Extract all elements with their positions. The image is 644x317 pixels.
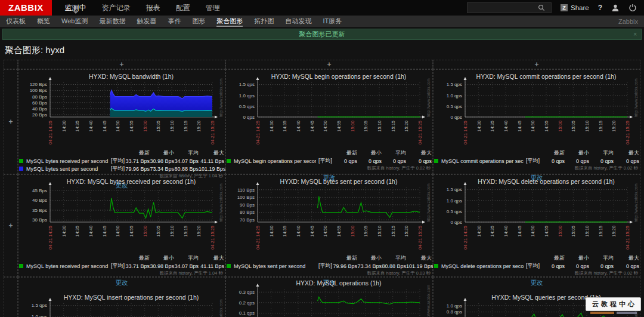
- svg-text:04-21 14:25: 04-21 14:25: [463, 121, 468, 144]
- subnav-dashboard[interactable]: 仪表板: [6, 16, 26, 27]
- svg-text:HYXD: MySQL delete operations: HYXD: MySQL delete operations per second…: [478, 178, 615, 185]
- svg-text:1.0 qps: 1.0 qps: [447, 198, 462, 204]
- screen-cell: HYXD: MySQL bytes received per second (1…: [18, 174, 225, 277]
- search-icon[interactable]: [538, 4, 545, 11]
- legend-value: 0 qps: [565, 158, 589, 164]
- user-profile-icon[interactable]: [611, 4, 620, 12]
- graph-image[interactable]: HYXD: MySQL delete operations per second…: [434, 178, 639, 253]
- svg-text:http://www.zabbix.com: http://www.zabbix.com: [219, 78, 224, 117]
- legend-header: 最新: [540, 254, 565, 262]
- legend-value: 0 qps: [589, 158, 614, 164]
- legend-header: 最小: [565, 149, 589, 157]
- svg-text:HYXD: MySQL bandwidth (1h): HYXD: MySQL bandwidth (1h): [89, 73, 174, 80]
- svg-text:15:00: 15:00: [350, 226, 355, 237]
- svg-text:14:30: 14:30: [476, 121, 482, 132]
- graph-block: HYXD: MySQL commit operations per second…: [434, 73, 639, 182]
- svg-text:14:40: 14:40: [503, 121, 509, 132]
- subnav-it-services[interactable]: IT服务: [323, 16, 342, 27]
- svg-text:15:15: 15:15: [391, 121, 396, 132]
- legend-series-name: MySQL bytes received per second: [26, 158, 109, 164]
- legend-header: 最大: [406, 149, 432, 157]
- legend-header: 最大: [614, 149, 639, 157]
- legend-header: 最新: [333, 149, 357, 157]
- logout-power-icon[interactable]: [628, 4, 637, 12]
- legend-row: MySQL bytes received per second[平均]33.71…: [19, 157, 224, 165]
- svg-text:HYXD: MySQL operations (1h): HYXD: MySQL operations (1h): [296, 279, 381, 287]
- legend-header: 最大: [199, 254, 224, 262]
- banner-message: 聚合图形已更新: [299, 30, 345, 39]
- menu-item-reports[interactable]: 报表: [146, 0, 160, 16]
- menu-item-inventory[interactable]: 资产记录: [102, 0, 131, 16]
- svg-text:15:00: 15:00: [143, 121, 148, 132]
- add-row-button[interactable]: +: [8, 222, 13, 229]
- share-button[interactable]: Z Share: [561, 4, 589, 11]
- subnav-discovery[interactable]: 自动发现: [285, 16, 311, 27]
- svg-text:14:55: 14:55: [336, 121, 342, 132]
- svg-text:14:40: 14:40: [88, 121, 94, 132]
- legend-value: 80.88 Bps: [174, 166, 199, 172]
- add-row-button[interactable]: +: [8, 118, 13, 125]
- legend-value: 33.71 Bps: [125, 263, 150, 269]
- subnav-screens[interactable]: 聚合图形: [216, 16, 243, 27]
- menu-item-monitoring[interactable]: 监测中: [65, 0, 86, 16]
- svg-text:14:55: 14:55: [336, 226, 342, 237]
- legend-header: 最小: [150, 149, 174, 157]
- share-z-icon: Z: [561, 4, 568, 11]
- menu-item-configuration[interactable]: 配置: [176, 0, 190, 16]
- graph-image[interactable]: HYXD: MySQL insert operations per second…: [19, 294, 224, 317]
- legend-function: [平均]: [109, 165, 125, 173]
- add-column-button[interactable]: +: [534, 61, 538, 68]
- svg-text:15:00: 15:00: [143, 226, 148, 237]
- subnav-maps[interactable]: 拓扑图: [254, 16, 274, 27]
- graph-footer: 数据来自 history, 产生于 0.03 秒: [227, 270, 432, 276]
- legend-header: 最大: [614, 254, 639, 262]
- svg-text:04-21 14:25: 04-21 14:25: [463, 226, 468, 250]
- add-column-button[interactable]: +: [327, 61, 331, 68]
- legend-series-name: MySQL bytes sent per second: [234, 263, 316, 269]
- svg-text:HYXD: MySQL queries per second: HYXD: MySQL queries per second (1h): [491, 294, 600, 301]
- legend-value: 33.71 Bps: [125, 158, 150, 164]
- legend-series-name: MySQL begin operations per second: [234, 158, 316, 164]
- search-box[interactable]: [467, 2, 552, 13]
- subnav-latest-data[interactable]: 最新数据: [99, 16, 125, 27]
- subnav-events[interactable]: 事件: [168, 16, 181, 27]
- svg-text:04-21 15:25: 04-21 15:25: [625, 226, 630, 250]
- zabbix-logo[interactable]: ZABBIX: [0, 0, 52, 16]
- svg-text:100 Bps: 100 Bps: [30, 88, 47, 93]
- graph-image[interactable]: HYXD: MySQL bandwidth (1h)04-21 14:2514:…: [19, 73, 224, 148]
- help-button[interactable]: ?: [598, 4, 602, 12]
- subnav-triggers[interactable]: 触发器: [137, 16, 156, 27]
- legend-value: 41.11 Bps: [199, 158, 224, 164]
- graph-image[interactable]: HYXD: MySQL bytes sent per second (1h)04…: [227, 178, 432, 253]
- subnav-graphs[interactable]: 图形: [192, 16, 205, 27]
- legend-header-row: 最新最小平均最大: [434, 149, 639, 157]
- legend-row: MySQL delete operations per second[平均]0 …: [434, 262, 639, 270]
- subnav-overview[interactable]: 概览: [37, 16, 50, 27]
- screen-cell: HYXD: MySQL delete operations per second…: [433, 174, 640, 277]
- add-column-button[interactable]: +: [119, 61, 123, 68]
- graph-image[interactable]: HYXD: MySQL commit operations per second…: [434, 73, 639, 148]
- svg-text:120 Bps: 120 Bps: [30, 82, 47, 87]
- svg-text:14:35: 14:35: [75, 226, 80, 237]
- legend-value: 0 qps: [614, 158, 639, 164]
- search-input[interactable]: [470, 4, 538, 12]
- legend-series-name: MySQL bytes sent per second: [26, 166, 109, 172]
- graph-image[interactable]: HYXD: MySQL begin operations per second …: [227, 73, 432, 148]
- subnav-web[interactable]: Web监测: [61, 16, 88, 27]
- legend-value: 41.11 Bps: [199, 263, 224, 269]
- legend-value: 101.19 Bps: [199, 166, 224, 172]
- legend-row: MySQL bytes received per second[平均]33.71…: [19, 262, 224, 270]
- legend-header: 最小: [357, 149, 382, 157]
- svg-text:0 qps: 0 qps: [243, 115, 255, 120]
- legend-value: 0 qps: [540, 158, 565, 164]
- graph-block: HYXD: MySQL bytes received per second (1…: [19, 178, 224, 287]
- svg-text:04-21 14:25: 04-21 14:25: [48, 121, 53, 144]
- graph-image[interactable]: HYXD: MySQL operations (1h)04-21 14:2514…: [227, 279, 432, 317]
- banner-close-icon[interactable]: ×: [633, 31, 637, 38]
- svg-text:HYXD: MySQL commit operations: HYXD: MySQL commit operations per second…: [476, 73, 617, 80]
- svg-text:15:00: 15:00: [350, 121, 355, 132]
- menu-item-administration[interactable]: 管理: [206, 0, 220, 16]
- screen-grid: + + + + HYXD: MySQL bandwidth (1h)04-21 …: [4, 60, 640, 317]
- graph-image[interactable]: HYXD: MySQL bytes received per second (1…: [19, 178, 224, 253]
- svg-text:15:00: 15:00: [558, 121, 563, 132]
